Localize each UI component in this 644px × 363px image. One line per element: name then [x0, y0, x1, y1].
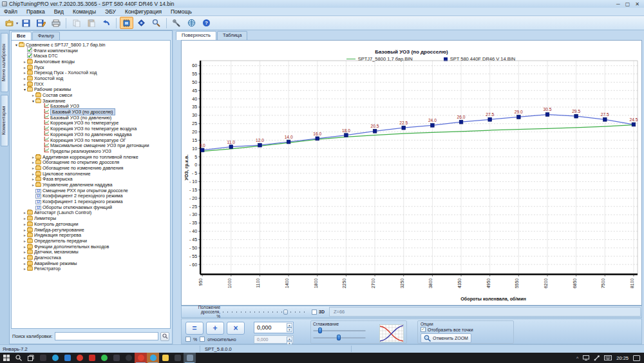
checkbox-3d[interactable] — [312, 309, 317, 315]
task-view-button[interactable] — [24, 353, 37, 363]
tree-item[interactable]: ▸Аддитивная коррекция по топливной пленк… — [12, 154, 170, 160]
smoothing-slider-1[interactable] — [313, 328, 366, 333]
media-cone-app-taskbar-button[interactable] — [110, 353, 122, 363]
taskbar-search-button[interactable] — [12, 353, 24, 363]
tree-item[interactable]: ▸Фаза впрыска — [12, 177, 170, 182]
red-circle-app-taskbar-button[interactable] — [73, 353, 86, 363]
expand-arrow-icon[interactable]: ▸ — [23, 244, 27, 249]
menu-view[interactable]: Вид — [54, 8, 64, 15]
video-app-taskbar-button[interactable] — [86, 353, 98, 363]
expand-arrow-icon[interactable]: ▸ — [23, 70, 27, 75]
collapse-arrow-icon[interactable]: ▾ — [14, 43, 19, 47]
expand-arrow-icon[interactable]: ▸ — [23, 255, 27, 260]
tree-item[interactable]: ▸Регистратор — [12, 266, 170, 272]
set-equal-button[interactable]: = — [185, 322, 204, 335]
side-tab-calibration-menu[interactable]: Меню калибровок — [1, 33, 8, 92]
tree-item[interactable]: ▸Обогащение по изменению давления — [12, 165, 170, 171]
menu-configuration[interactable]: Конфигурация — [125, 8, 162, 15]
tab-filter[interactable]: Фильтр — [32, 32, 60, 40]
save-as-button[interactable] — [34, 17, 48, 29]
side-tab-comments[interactable]: Комментарии — [1, 95, 8, 146]
save-button[interactable] — [19, 17, 33, 29]
cancel-zoom-button[interactable]: Отменить ZOOM — [421, 333, 471, 343]
tree-item[interactable]: ▸Лямбда-регулирование — [12, 227, 170, 233]
help-button[interactable]: ? — [200, 17, 213, 29]
expand-arrow-icon[interactable]: ▸ — [31, 93, 35, 97]
tree-item[interactable]: ▸Обогащение по открытию дросселя — [12, 159, 170, 165]
search-input[interactable] — [55, 332, 158, 340]
menu-ecu[interactable]: ЭБУ — [105, 8, 116, 15]
expand-arrow-icon[interactable]: ▸ — [23, 222, 27, 226]
tab-all[interactable]: Все — [11, 32, 32, 40]
tree-item[interactable]: ▸Контроль детонации — [12, 221, 170, 227]
tree-item[interactable]: Коррекция УОЗ по температуре ОГ — [12, 137, 170, 143]
chiptuning-app-taskbar-button[interactable] — [184, 353, 196, 363]
tree-item[interactable]: Маска DTC — [12, 53, 170, 59]
tree-item[interactable]: 12Обороты отключаемых функций — [12, 204, 170, 210]
copy-button[interactable] — [70, 17, 83, 29]
expand-arrow-icon[interactable]: ▸ — [23, 216, 27, 221]
tree-item[interactable]: ▸Автостарт (Launch Control) — [12, 210, 170, 216]
tree-item[interactable]: Коррекция УОЗ по давлению наддува — [12, 132, 170, 137]
tree-item[interactable]: ▸Лимитеры — [12, 215, 170, 221]
menu-edit[interactable]: Правка — [26, 8, 45, 15]
tree-item[interactable]: 12Коэффициент 2 переходного режима — [12, 193, 170, 199]
spinner-arrows[interactable]: ▲▼ — [287, 323, 292, 332]
start-button[interactable] — [0, 353, 12, 363]
percent-checkbox[interactable] — [185, 337, 191, 342]
expand-arrow-icon[interactable]: ▸ — [31, 172, 35, 176]
menu-help[interactable]: Помощь — [171, 8, 192, 15]
red-browser-app-taskbar-button[interactable] — [135, 353, 147, 363]
collapse-arrow-icon[interactable]: ▾ — [23, 87, 27, 92]
mail-app-taskbar-button[interactable] — [37, 353, 49, 363]
expand-arrow-icon[interactable]: ▸ — [23, 65, 27, 70]
phone-app-taskbar-button[interactable] — [171, 353, 184, 363]
value-spinner[interactable]: 0,000 ▲▼ — [254, 322, 294, 333]
tree-item[interactable]: Флаги комплектации — [12, 48, 170, 54]
tray-usb-icon[interactable] — [594, 355, 600, 361]
minimize-button[interactable]: ─ — [616, 1, 620, 7]
undo-button[interactable] — [99, 17, 113, 29]
expand-arrow-icon[interactable]: ▸ — [23, 266, 27, 271]
line-chart[interactable]: - 60- 55- 50- 45- 40- 35- 30- 25- 20- 15… — [183, 59, 640, 304]
show-all-points-checkbox[interactable]: ✓ — [421, 327, 426, 332]
tree-item[interactable]: ▸Определитель передачи — [12, 238, 170, 244]
tree-item[interactable]: ▸Управление давлением наддува — [12, 182, 170, 188]
ecu-chip-toggle-button[interactable] — [120, 17, 133, 29]
expand-arrow-icon[interactable]: ▸ — [23, 239, 27, 243]
web-update-button[interactable] — [185, 17, 198, 29]
maximize-button[interactable]: ▢ — [625, 1, 630, 7]
throttle-slider-thumb[interactable] — [283, 309, 288, 315]
expand-arrow-icon[interactable]: ▸ — [23, 82, 27, 86]
info-diamond-button[interactable] — [135, 17, 148, 29]
expand-arrow-icon[interactable]: ▸ — [31, 155, 35, 159]
expand-arrow-icon[interactable]: ▸ — [23, 210, 27, 215]
relative-checkbox[interactable] — [200, 337, 205, 342]
tree-item[interactable]: ▸Индикация перегрева — [12, 232, 170, 238]
tools-button[interactable] — [170, 17, 184, 29]
search-tool-button[interactable] — [149, 17, 163, 29]
tree-item[interactable]: Коррекция УОЗ по температуре воздуха — [12, 126, 170, 132]
add-value-button[interactable]: + — [206, 322, 224, 335]
tree-item[interactable]: ▾Зажигание — [12, 98, 170, 104]
expand-arrow-icon[interactable]: ▸ — [23, 228, 27, 232]
notification-center-icon[interactable] — [633, 355, 640, 361]
tree-item[interactable]: ▾Рабочие режимы — [12, 87, 170, 93]
tree-item[interactable]: 12Смещение РХХ при открытом дросселе — [12, 188, 170, 193]
tree-item[interactable]: ▸Функции дополнительных выходов — [12, 244, 170, 250]
expand-arrow-icon[interactable]: ▸ — [31, 177, 35, 181]
tab-table[interactable]: Таблица — [217, 31, 247, 40]
search-button[interactable] — [160, 332, 169, 341]
yandex-browser-app-taskbar-button[interactable] — [122, 353, 135, 363]
tree-item[interactable]: ▸Состав смеси — [12, 92, 170, 98]
expand-arrow-icon[interactable]: ▸ — [23, 261, 27, 266]
tree-item[interactable]: ▸Переход Пуск - Холостой ход — [12, 70, 170, 75]
open-dropdown-caret[interactable]: ▾ — [16, 21, 18, 25]
tree-item[interactable]: Пределы реализуемого УОЗ — [12, 148, 170, 154]
paste-button[interactable] — [84, 17, 98, 29]
tab-surface[interactable]: Поверхность — [176, 31, 216, 40]
tree-item[interactable]: Базовый УОЗ (по дросселю) — [12, 109, 170, 115]
close-button[interactable]: ✕ — [635, 1, 639, 7]
tree-item[interactable]: ▸ПХХ — [12, 81, 170, 87]
smoothing-slider-2-thumb[interactable] — [337, 335, 341, 340]
